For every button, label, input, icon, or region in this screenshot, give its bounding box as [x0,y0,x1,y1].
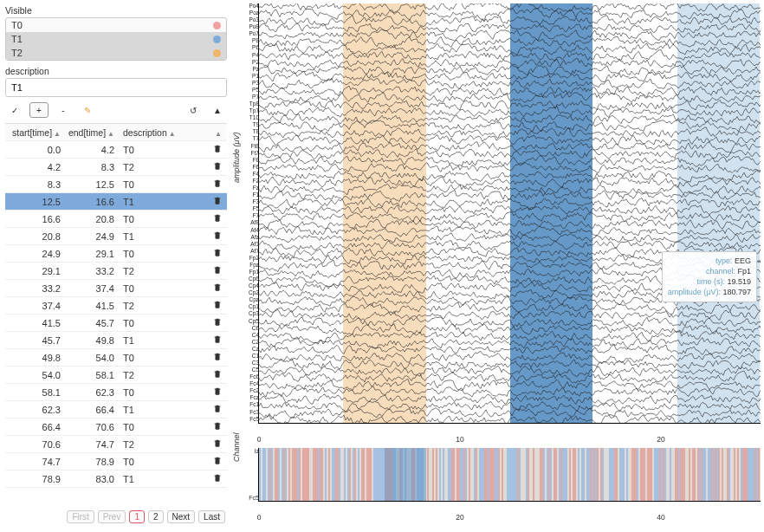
delete-icon[interactable] [213,283,222,294]
description-input[interactable] [5,78,227,97]
col-start[interactable]: start[time]▲ [5,126,64,139]
edit-button[interactable]: ✎ [78,102,97,118]
confirm-button[interactable]: ✓ [5,102,24,118]
delete-icon[interactable] [213,162,222,172]
pager-page-1[interactable]: 1 [129,510,145,523]
add-button[interactable]: + [29,102,49,118]
delete-icon[interactable] [213,370,222,380]
delete-icon[interactable] [213,266,222,276]
pager-prev[interactable]: Prev [98,510,126,523]
remove-button[interactable]: - [54,102,73,118]
table-row[interactable]: 70.674.7T2 [5,436,227,453]
table-row[interactable]: 29.133.2T2 [5,263,227,280]
col-desc[interactable]: description▲ [118,126,208,139]
table-row[interactable]: 49.854.0T0 [5,349,227,367]
col-end[interactable]: end[time]▲ [64,126,118,139]
table-row[interactable]: 33.237.4T0 [5,280,227,297]
table-row[interactable]: 45.749.8T1 [5,332,227,349]
warn-button[interactable]: ▲ [208,102,227,118]
visible-item-T1[interactable]: T1 [6,32,226,46]
undo-button[interactable]: ↺ [184,102,203,118]
eeg-tooltip: type: EEG channel: Fp1 time (s): 19.519 … [662,251,757,302]
delete-icon[interactable] [213,387,222,398]
table-row[interactable]: 0.04.2T0 [5,141,227,159]
table-row[interactable]: 78.983.0T1 [5,470,227,488]
visible-item-T2[interactable]: T2 [6,46,226,60]
table-row[interactable]: 8.312.5T0 [5,176,227,193]
visible-label: Visible [5,5,227,16]
overview-yticks: Iz Fc5 [240,448,259,501]
delete-icon[interactable] [213,474,222,484]
delete-icon[interactable] [213,405,222,415]
table-row[interactable]: 62.366.4T1 [5,401,227,418]
table-row[interactable]: 12.516.6T1 [5,193,227,211]
delete-icon[interactable] [213,249,222,259]
delete-icon[interactable] [213,335,222,346]
overview-selection[interactable] [385,448,426,501]
delete-icon[interactable] [213,214,222,224]
table-row[interactable]: 66.470.6T0 [5,418,227,436]
table-row[interactable]: 58.162.3T0 [5,384,227,401]
visible-item-T0[interactable]: T0 [6,18,226,32]
delete-icon[interactable] [213,231,222,242]
table-row[interactable]: 37.441.5T2 [5,297,227,315]
delete-icon[interactable] [213,353,222,363]
table-row[interactable]: 41.545.7T0 [5,315,227,332]
table-row[interactable]: 16.620.8T0 [5,211,227,228]
table-row[interactable]: 74.778.9T0 [5,453,227,470]
col-delete: ▲ [208,126,227,139]
eeg-plot[interactable]: amplitude (μV) Po4PozPo3Po8Po7P8P6P4P2Pz… [258,3,761,424]
pager-last[interactable]: Last [198,510,225,523]
pager-first[interactable]: First [67,510,94,523]
pager: First Prev 12 Next Last [5,507,227,527]
delete-icon[interactable] [213,457,222,467]
delete-icon[interactable] [213,301,222,311]
annotation-toolbar: ✓ + - ✎ ↺ ▲ [5,102,227,118]
overview-plot[interactable]: Channel Iz Fc5 02040 [258,448,761,502]
table-row[interactable]: 24.929.1T0 [5,245,227,263]
table-row[interactable]: 20.824.9T1 [5,228,227,245]
delete-icon[interactable] [213,145,222,155]
delete-icon[interactable] [213,179,222,190]
description-label: description [5,66,227,76]
annotation-table: start[time]▲ end[time]▲ description▲ ▲ 0… [5,123,227,507]
pager-next[interactable]: Next [167,510,196,523]
visible-list: T0T1T2 [5,17,227,61]
table-header: start[time]▲ end[time]▲ description▲ ▲ [5,124,227,141]
table-row[interactable]: 54.058.1T2 [5,367,227,384]
delete-icon[interactable] [213,422,222,432]
eeg-channel-labels: Po4PozPo3Po8Po7P8P6P4P2PzP1P3P5P7Tp8Tp7T… [240,3,259,423]
delete-icon[interactable] [213,197,222,207]
pager-page-2[interactable]: 2 [148,510,164,523]
delete-icon[interactable] [213,439,222,450]
table-row[interactable]: 4.28.3T2 [5,159,227,176]
delete-icon[interactable] [213,318,222,328]
